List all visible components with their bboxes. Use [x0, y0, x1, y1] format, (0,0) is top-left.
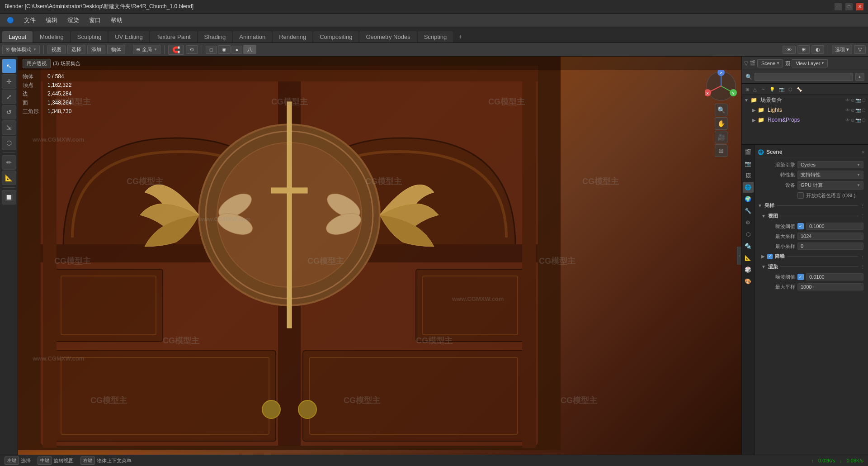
render-menu-btn[interactable]: ⋮	[860, 264, 865, 269]
viewport-max-samples-value[interactable]: 1024	[797, 233, 863, 240]
filter-button[interactable]: ▽	[854, 45, 866, 54]
move-tool[interactable]: ⤢	[2, 90, 16, 104]
overlay-toggle[interactable]: 👁	[783, 46, 796, 54]
ortho-view[interactable]: ⊞	[715, 144, 727, 157]
viewlayer-selector[interactable]: View Layer ▾	[792, 59, 828, 67]
lights-vis-eye[interactable]: 👁	[845, 108, 850, 113]
outliner-item-room-props[interactable]: ▶ 📁 Room&Props 👁 ⊙ 📷 ⬡	[742, 115, 868, 125]
scene-prop-close[interactable]: ✕	[861, 150, 865, 155]
filter-mesh[interactable]: △	[752, 86, 758, 93]
prop-output-icon[interactable]: 📷	[743, 158, 754, 169]
lights-vis-render[interactable]: 📷	[855, 108, 861, 113]
render-max-samples-value[interactable]: 1000+	[797, 283, 863, 290]
vis-holdout[interactable]: ⬡	[862, 98, 866, 103]
prop-physics-icon[interactable]: 🔩	[743, 241, 754, 252]
prop-data-icon[interactable]: 🎲	[743, 264, 754, 275]
render-noise-checkbox[interactable]: ✓	[797, 274, 804, 280]
hand-tool[interactable]: ✋	[715, 117, 727, 130]
menu-blender[interactable]: 🔵	[2, 15, 19, 25]
camera-view[interactable]: 🎥	[715, 131, 727, 143]
outliner-search-input[interactable]	[755, 73, 853, 81]
eevee-shading[interactable]: 八	[243, 45, 256, 54]
render-engine-dropdown[interactable]: Cycles ▼	[797, 161, 863, 168]
add-object-tool[interactable]: 🔲	[2, 190, 16, 204]
vis-select[interactable]: ⊙	[851, 98, 854, 103]
render-noise-value[interactable]: 0.0100	[806, 273, 863, 281]
prop-render-icon[interactable]: 🎬	[743, 147, 754, 157]
cursor-tool[interactable]: ✛	[2, 74, 16, 89]
viewport-noise-checkbox[interactable]: ✓	[797, 223, 804, 229]
filter-armature[interactable]: 🦴	[795, 86, 803, 93]
select-options[interactable]: 选项 ▾	[832, 45, 852, 54]
filter-light[interactable]: 💡	[768, 86, 776, 93]
filter-curve[interactable]: ～	[760, 85, 767, 93]
transform-orientation[interactable]: ⊕ 全局 ▼	[133, 45, 160, 54]
menu-file[interactable]: 文件	[19, 15, 40, 26]
viewport-view-btn[interactable]: 用户透视	[23, 59, 51, 68]
viewport-shading-extra[interactable]: ◐	[811, 45, 824, 54]
room-vis-eye[interactable]: 👁	[845, 118, 850, 123]
gizmo-toggle[interactable]: ⊞	[797, 45, 810, 54]
feature-set-dropdown[interactable]: 支持特性 ▼	[797, 171, 863, 179]
menu-window[interactable]: 窗口	[85, 15, 105, 26]
viewport-menu-btn[interactable]: ⋮	[860, 214, 865, 219]
mode-selector[interactable]: ⊡ 物体模式 ▼	[2, 45, 40, 54]
room-vis-select[interactable]: ⊙	[851, 118, 854, 123]
lights-vis-holdout[interactable]: ⬡	[862, 108, 866, 113]
prop-world-icon[interactable]: 🌍	[743, 194, 754, 204]
filter-camera[interactable]: 📷	[778, 86, 786, 93]
osl-checkbox[interactable]	[797, 192, 804, 199]
navigation-gizmo[interactable]: Z Y X	[705, 70, 737, 102]
add-menu[interactable]: 添加	[87, 45, 105, 54]
tab-layout[interactable]: Layout	[2, 31, 33, 43]
outliner-item-scene-collection[interactable]: ▼ 📁 场景集合 👁 ⊙ 📷 ⬡	[742, 95, 868, 105]
tab-geometry-nodes[interactable]: Geometry Nodes	[359, 31, 416, 43]
tab-scripting[interactable]: Scripting	[418, 31, 453, 43]
rendered-shading[interactable]: ●	[231, 46, 243, 54]
close-button[interactable]: ✕	[856, 3, 863, 10]
rotate-tool[interactable]: ↺	[2, 105, 16, 119]
room-vis-render[interactable]: 📷	[855, 118, 861, 123]
sampling-section-header[interactable]: ▼ 采样 ⋮	[757, 200, 866, 211]
sampling-menu-btn[interactable]: ⋮	[860, 203, 865, 208]
add-workspace-button[interactable]: +	[454, 31, 467, 43]
viewport-min-samples-value[interactable]: 0	[797, 243, 863, 250]
tab-compositing[interactable]: Compositing	[313, 31, 359, 43]
maximize-button[interactable]: □	[845, 3, 853, 10]
prop-object-icon[interactable]: 🔧	[743, 205, 754, 216]
render-section-header[interactable]: ▼ 渲染 ⋮	[757, 262, 866, 272]
sidebar-toggle[interactable]: ‹	[737, 247, 741, 265]
prop-modifier-icon[interactable]: ⚙	[743, 217, 754, 228]
tab-texture-paint[interactable]: Texture Paint	[150, 31, 197, 43]
viewport-noise-value[interactable]: 0.1000	[806, 223, 863, 230]
object-menu[interactable]: 物体	[107, 45, 125, 54]
denoise-menu-btn[interactable]: ⋮	[860, 254, 865, 259]
outliner-item-lights[interactable]: ▶ 📁 Lights 👁 ⊙ 📷 ⬡	[742, 105, 868, 115]
prop-scene-icon[interactable]: 🌐	[743, 182, 754, 193]
prop-particles-icon[interactable]: ⬡	[743, 229, 754, 240]
vis-eye[interactable]: 👁	[845, 98, 850, 103]
solid-shading[interactable]: □	[206, 46, 217, 54]
measure-tool[interactable]: 📐	[2, 171, 16, 185]
outliner-new-btn[interactable]: +	[855, 73, 864, 81]
transform-tool[interactable]: ⬡	[2, 136, 16, 150]
prop-constraints-icon[interactable]: 📐	[743, 252, 754, 263]
annotate-tool[interactable]: ✏	[2, 155, 16, 170]
snap-toggle[interactable]: 🧲	[168, 45, 184, 55]
view-menu[interactable]: 视图	[47, 45, 66, 54]
room-vis-holdout[interactable]: ⬡	[862, 118, 866, 123]
scene-selector[interactable]: Scene ▾	[757, 59, 783, 67]
proportional-edit[interactable]: ⊙	[186, 45, 198, 54]
select-menu[interactable]: 选择	[67, 45, 85, 54]
filter-empty[interactable]: ⬡	[787, 86, 794, 93]
tab-modeling[interactable]: Modeling	[33, 31, 70, 43]
menu-help[interactable]: 帮助	[106, 15, 127, 26]
select-tool[interactable]: ↖	[2, 59, 16, 73]
viewport-section-header[interactable]: ▼ 视图 ⋮	[757, 211, 866, 221]
minimize-button[interactable]: —	[835, 3, 842, 10]
tab-shading[interactable]: Shading	[198, 31, 232, 43]
menu-edit[interactable]: 编辑	[41, 15, 62, 26]
lights-vis-select[interactable]: ⊙	[851, 108, 854, 113]
vis-render[interactable]: 📷	[855, 98, 861, 103]
prop-material-icon[interactable]: 🎨	[743, 276, 754, 287]
